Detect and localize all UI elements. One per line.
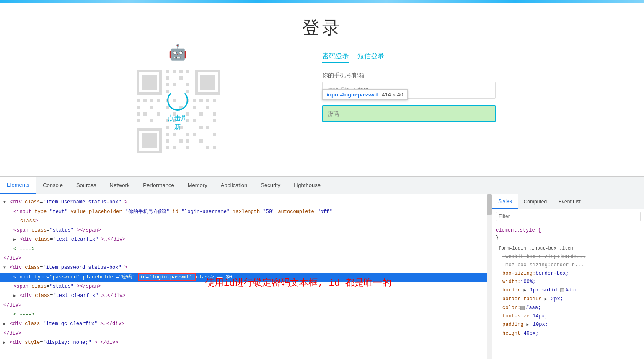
- dom-scrollbar[interactable]: [487, 194, 492, 359]
- tab-network[interactable]: Network: [103, 177, 137, 194]
- devtools-tab-bar: Elements Console Sources Network Perform…: [0, 177, 644, 194]
- tab-computed[interactable]: Computed: [518, 194, 553, 209]
- element-tooltip: input#login-passwd 414 × 40: [322, 89, 408, 100]
- style-property-border-radius: border-radius:: [502, 295, 545, 303]
- style-property-row: width: 100%;: [496, 278, 641, 286]
- style-property-row: font-size: 14px;: [496, 312, 641, 320]
- color-swatch-color: [520, 306, 525, 310]
- dom-line[interactable]: <!---->: [0, 310, 492, 319]
- qr-refresh-text: 点击刷新: [168, 114, 188, 132]
- qr-container: 点击刷新: [132, 65, 224, 157]
- page-content: 🤖: [0, 48, 644, 174]
- login-form-section: 密码登录 短信登录 你的手机号/邮箱 input#login-passwd 41…: [314, 48, 603, 126]
- style-value-height: 40px;: [523, 330, 538, 337]
- style-property-box-sizing: box-sizing:: [502, 270, 535, 277]
- top-nav: [0, 0, 644, 3]
- style-value-color: #aaa;: [520, 304, 541, 312]
- style-property-color: color:: [502, 304, 520, 312]
- style-selector: element.style {: [496, 227, 641, 233]
- dom-scroll-thumb[interactable]: [487, 194, 492, 215]
- tab-elements[interactable]: Elements: [0, 177, 36, 194]
- style-value-font-size: 14px;: [533, 312, 548, 320]
- style-property-row: box-sizing: border-box;: [496, 269, 641, 278]
- tab-sms-login[interactable]: 短信登录: [357, 52, 384, 63]
- dom-line[interactable]: ▶ <div style="display: none;" > </div>: [0, 338, 492, 348]
- style-property-height: height:: [502, 330, 523, 337]
- tab-password-login[interactable]: 密码登录: [322, 52, 349, 63]
- styles-content: element.style { } .form-login .input-box…: [492, 224, 644, 359]
- dom-line[interactable]: <input type="text" value placeholder="你的…: [0, 207, 492, 216]
- tab-styles[interactable]: Styles: [492, 194, 518, 209]
- style-property-row: padding: ▶ 10px;: [496, 320, 641, 329]
- qr-refresh-spinner: [167, 90, 188, 111]
- style-property-row: -webkit-box-sizing: borde...: [496, 252, 641, 261]
- style-property-row: height: 40px;: [496, 329, 641, 338]
- style-property-width: width:: [502, 278, 520, 286]
- style-property-padding: padding:: [502, 321, 527, 328]
- style-value-border-radius: ▶ 2px;: [545, 295, 563, 303]
- login-tabs: 密码登录 短信登录: [322, 52, 594, 63]
- tab-application[interactable]: Application: [214, 177, 254, 194]
- style-property-row: color: #aaa;: [496, 304, 641, 312]
- page-area: 登录 🤖: [0, 0, 644, 176]
- tab-security[interactable]: Security: [254, 177, 287, 194]
- style-property-webkit-box-sizing: -webkit-box-sizing:: [502, 253, 560, 260]
- id-annotation-box: id="login-passwd": [138, 273, 196, 281]
- dom-panel[interactable]: ▼ <div class="item username status-box" …: [0, 194, 492, 359]
- expand-icon: ▶: [3, 322, 6, 326]
- dom-line[interactable]: ▶ <div class="text clearfix" >…</div>: [0, 291, 492, 301]
- style-rule-element: element.style { }: [496, 227, 641, 241]
- robot-icon: 🤖: [168, 44, 187, 61]
- dom-line[interactable]: class>: [0, 216, 492, 226]
- expand-icon: ▼: [3, 265, 6, 270]
- style-property-moz-box-sizing: -moz-box-sizing:: [502, 261, 551, 269]
- dom-line[interactable]: ▼ <div class="item username status-box" …: [0, 198, 492, 207]
- tab-lighthouse[interactable]: Lighthouse: [287, 177, 327, 194]
- dom-line[interactable]: <span class="status" ></span>: [0, 282, 492, 291]
- password-input[interactable]: [322, 105, 496, 122]
- style-value-border: ▶ 1px solid #ddd: [523, 286, 577, 294]
- expand-icon: ▼: [3, 200, 6, 205]
- style-value-padding: ▶ 10px;: [527, 321, 548, 329]
- dom-line[interactable]: </div>: [0, 329, 492, 338]
- tab-performance[interactable]: Performance: [136, 177, 181, 194]
- dom-line[interactable]: ▶ <div class="text clearfix" >…</div>: [0, 235, 492, 245]
- dom-line[interactable]: <span class="status" ></span>: [0, 226, 492, 235]
- color-swatch-border: [560, 288, 564, 292]
- dom-line[interactable]: <!---->: [0, 245, 492, 254]
- tooltip-size: 414 × 40: [382, 91, 403, 98]
- style-property-row: border: ▶ 1px solid #ddd: [496, 286, 641, 295]
- styles-tab-bar: Styles Computed Event List…: [492, 194, 644, 209]
- style-selector: .form-login .input-box .item: [496, 246, 641, 251]
- dom-line[interactable]: ▶ <div class="item gc clearfix" >…</div>: [0, 319, 492, 329]
- tab-console[interactable]: Console: [36, 177, 70, 194]
- style-property-border: border:: [502, 286, 523, 294]
- devtools-panel: Elements Console Sources Network Perform…: [0, 176, 644, 359]
- tab-sources[interactable]: Sources: [70, 177, 103, 194]
- page-title: 登录: [302, 16, 342, 39]
- style-close-brace: }: [496, 235, 641, 241]
- password-container: input#login-passwd 414 × 40: [322, 105, 594, 122]
- styles-panel: Styles Computed Event List… element.styl…: [492, 194, 644, 359]
- qr-refresh-overlay[interactable]: 点击刷新: [132, 65, 223, 156]
- style-rule-form-login: .form-login .input-box .item -webkit-box…: [496, 246, 641, 338]
- style-value-moz-box-sizing: border-b...: [551, 261, 584, 269]
- tab-memory[interactable]: Memory: [181, 177, 214, 194]
- styles-filter-input[interactable]: [496, 212, 641, 221]
- tab-event-listeners[interactable]: Event List…: [553, 194, 592, 209]
- dom-line[interactable]: </div>: [0, 254, 492, 263]
- dom-line[interactable]: </div>: [0, 301, 492, 310]
- expand-icon: ▶: [3, 341, 6, 345]
- dom-line-highlighted[interactable]: <input type="password" placeholder="密码" …: [0, 273, 492, 282]
- qr-section: 🤖: [42, 48, 314, 157]
- styles-filter-area: [492, 209, 644, 224]
- style-value-webkit-box-sizing: borde...: [561, 253, 586, 260]
- style-value-box-sizing: border-box;: [535, 270, 569, 277]
- devtools-body: ▼ <div class="item username status-box" …: [0, 194, 644, 359]
- style-property-row: border-radius: ▶ 2px;: [496, 295, 641, 304]
- style-property-font-size: font-size:: [502, 312, 533, 320]
- expand-icon: ▶: [13, 237, 16, 242]
- dom-line[interactable]: ▼ <div class="item password status-box" …: [0, 263, 492, 273]
- style-value-width: 100%;: [520, 278, 535, 286]
- expand-icon: ▶: [13, 294, 16, 298]
